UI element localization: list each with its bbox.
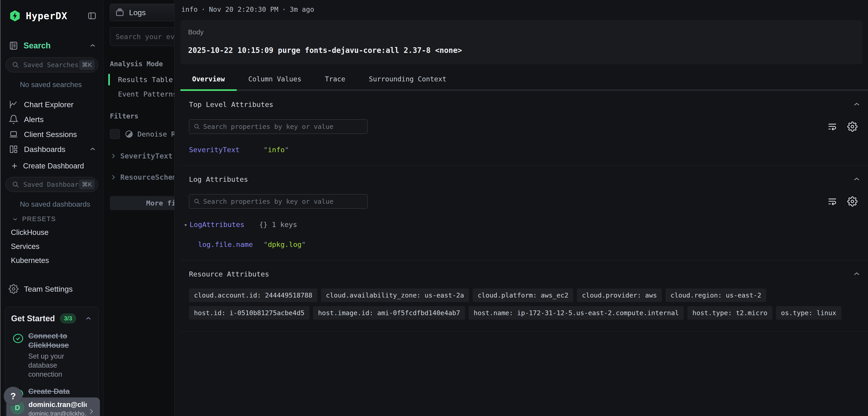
sidebar-item-search[interactable]: Search bbox=[0, 41, 103, 51]
filter-group-severitytext[interactable]: SeverityText bbox=[110, 152, 174, 160]
event-search-input[interactable] bbox=[116, 33, 174, 41]
search-nav-icon bbox=[8, 41, 19, 51]
chevron-up-icon[interactable] bbox=[852, 175, 861, 184]
property-searchbox[interactable] bbox=[189, 194, 368, 209]
resource-chip[interactable]: cloud.provider: aws bbox=[577, 289, 662, 302]
gear-icon bbox=[8, 284, 19, 294]
resource-chip[interactable]: host.type: t2.micro bbox=[687, 306, 772, 320]
sidebar-item-chart-explorer[interactable]: Chart Explorer bbox=[0, 97, 103, 112]
tab-trace[interactable]: Trace bbox=[313, 75, 357, 89]
create-dashboard-label: Create Dashboard bbox=[23, 162, 84, 170]
resource-chip[interactable]: cloud.availability_zone: us-east-2a bbox=[321, 289, 469, 302]
chevron-up-icon[interactable] bbox=[89, 41, 97, 50]
tab-column-values[interactable]: Column Values bbox=[237, 75, 313, 89]
body-text: 2025-10-22 10:15:09 purge fonts-dejavu-c… bbox=[188, 46, 855, 55]
saved-dashboards-searchbox[interactable]: ⌘K bbox=[5, 177, 98, 192]
attribute-value[interactable]: "dpkg.log" bbox=[264, 240, 306, 248]
body-card: Body 2025-10-22 10:15:09 purge fonts-dej… bbox=[180, 20, 862, 64]
check-circle-icon bbox=[11, 331, 25, 379]
sidebar-item-label: Dashboards bbox=[24, 145, 65, 154]
sidebar-item-label: Client Sessions bbox=[24, 130, 77, 139]
resource-chip[interactable]: cloud.region: us-east-2 bbox=[665, 289, 766, 302]
attribute-key[interactable]: LogAttributes bbox=[189, 220, 259, 229]
body-label: Body bbox=[188, 28, 855, 36]
mode-event-patterns[interactable]: Event Patterns bbox=[118, 90, 174, 98]
gear-icon[interactable] bbox=[847, 121, 858, 132]
search-nav-label: Search bbox=[24, 41, 51, 51]
saved-dashboards-input[interactable] bbox=[23, 181, 79, 188]
sidebar-item-alerts[interactable]: Alerts bbox=[0, 112, 103, 127]
sidebar-item-client-sessions[interactable]: Client Sessions bbox=[0, 127, 103, 142]
resource-chip[interactable]: host.name: ip-172-31-12-5.us-east-2.comp… bbox=[469, 306, 684, 320]
property-searchbox[interactable] bbox=[189, 119, 368, 134]
analysis-mode-label: Analysis Mode bbox=[110, 60, 174, 68]
section-log-attributes: Log Attributes bbox=[180, 166, 868, 261]
get-started-header[interactable]: Get Started 3/3 bbox=[11, 314, 92, 324]
preset-services[interactable]: Services bbox=[0, 237, 103, 251]
wrap-lines-icon[interactable] bbox=[827, 197, 837, 206]
create-dashboard-button[interactable]: Create Dashboard bbox=[0, 157, 103, 170]
chevron-up-icon[interactable] bbox=[89, 145, 97, 153]
app-root: HyperDX Search ⌘K No saved searches bbox=[0, 0, 868, 416]
filter-group-resourceschemaurl[interactable]: ResourceSchemaUrl bbox=[110, 173, 174, 182]
denoise-results-row[interactable]: Denoise Results bbox=[110, 129, 174, 139]
analysis-mode-list: Results Table Event Patterns bbox=[110, 76, 174, 98]
event-detail-panel: info · Nov 20 2:20:30 PM · 3m ago Body 2… bbox=[174, 0, 868, 416]
get-started-title: Get Started bbox=[11, 314, 55, 323]
event-timestamp: Nov 20 2:20:30 PM bbox=[209, 5, 278, 13]
more-filters-button[interactable]: More filters bbox=[110, 196, 174, 210]
user-email: dominic.tran@clickho... bbox=[29, 410, 87, 416]
search-icon bbox=[11, 61, 20, 69]
resource-chip[interactable]: cloud.platform: aws_ec2 bbox=[473, 289, 574, 302]
mode-results-table[interactable]: Results Table bbox=[118, 76, 174, 84]
gear-icon[interactable] bbox=[847, 196, 858, 207]
source-select[interactable]: Logs bbox=[110, 4, 174, 21]
chevron-up-icon[interactable] bbox=[852, 269, 861, 278]
filters-label: Filters bbox=[110, 112, 174, 120]
no-saved-dashboards-text: No saved dashboards bbox=[0, 192, 103, 208]
chevron-up-icon[interactable] bbox=[84, 315, 92, 323]
denoise-checkbox[interactable] bbox=[110, 129, 120, 139]
attribute-key[interactable]: log.file.name bbox=[198, 240, 264, 248]
sidebar-item-team-settings[interactable]: Team Settings bbox=[0, 281, 103, 296]
saved-searches-searchbox[interactable]: ⌘K bbox=[5, 57, 98, 72]
collapse-sidebar-icon[interactable] bbox=[87, 11, 97, 21]
resource-chip[interactable]: os.type: linux bbox=[776, 306, 841, 320]
presets-label: PRESETS bbox=[22, 215, 56, 223]
wrap-lines-icon[interactable] bbox=[827, 122, 837, 131]
search-icon bbox=[193, 123, 200, 130]
resource-chip[interactable]: host.image.id: ami-0f5fcdfbd140e4ab7 bbox=[313, 306, 465, 320]
tab-overview[interactable]: Overview bbox=[180, 75, 237, 89]
resource-chip[interactable]: cloud.account.id: 244449518788 bbox=[189, 289, 317, 302]
property-search-input[interactable] bbox=[203, 198, 363, 205]
sidebar-item-dashboards[interactable]: Dashboards bbox=[0, 142, 103, 157]
attribute-tree-root: ▾ LogAttributes {} 1 keys bbox=[189, 220, 861, 229]
shortcut-badge: ⌘K bbox=[79, 179, 95, 189]
property-search-input[interactable] bbox=[203, 123, 363, 130]
dashboard-icon bbox=[8, 144, 19, 154]
attribute-key[interactable]: SeverityText bbox=[189, 146, 264, 154]
search-icon bbox=[11, 180, 20, 188]
event-search-box[interactable] bbox=[110, 27, 174, 46]
sidebar-header: HyperDX bbox=[0, 8, 103, 23]
chevron-right-icon bbox=[110, 174, 117, 181]
filter-group-label: SeverityText bbox=[120, 152, 173, 160]
attribute-value[interactable]: "info" bbox=[264, 146, 289, 154]
get-started-step-connect[interactable]: Connect to ClickHouse Set up your databa… bbox=[11, 331, 92, 379]
tab-surrounding-context[interactable]: Surrounding Context bbox=[357, 75, 458, 89]
saved-searches-input[interactable] bbox=[23, 61, 79, 69]
preset-clickhouse[interactable]: ClickHouse bbox=[0, 223, 103, 237]
team-settings-label: Team Settings bbox=[24, 285, 72, 294]
preset-kubernetes[interactable]: Kubernetes bbox=[0, 251, 103, 265]
search-filter-column: Logs Analysis Mode Results Table Event P… bbox=[104, 0, 174, 416]
sidebar: HyperDX Search ⌘K No saved searches bbox=[0, 0, 104, 416]
chevron-right-icon bbox=[110, 153, 117, 159]
tree-caret-icon[interactable]: ▾ bbox=[184, 222, 187, 229]
chevron-up-icon[interactable] bbox=[852, 100, 861, 109]
help-button[interactable]: ? bbox=[4, 387, 22, 405]
section-resource-attributes: Resource Attributes cloud.account.id: 24… bbox=[180, 261, 868, 332]
presets-toggle[interactable]: PRESETS bbox=[0, 208, 103, 223]
plus-icon bbox=[10, 162, 19, 170]
resource-chip-list: cloud.account.id: 244449518788 cloud.ava… bbox=[189, 289, 861, 320]
resource-chip[interactable]: host.id: i-0510b81275acbe4d5 bbox=[189, 306, 309, 320]
